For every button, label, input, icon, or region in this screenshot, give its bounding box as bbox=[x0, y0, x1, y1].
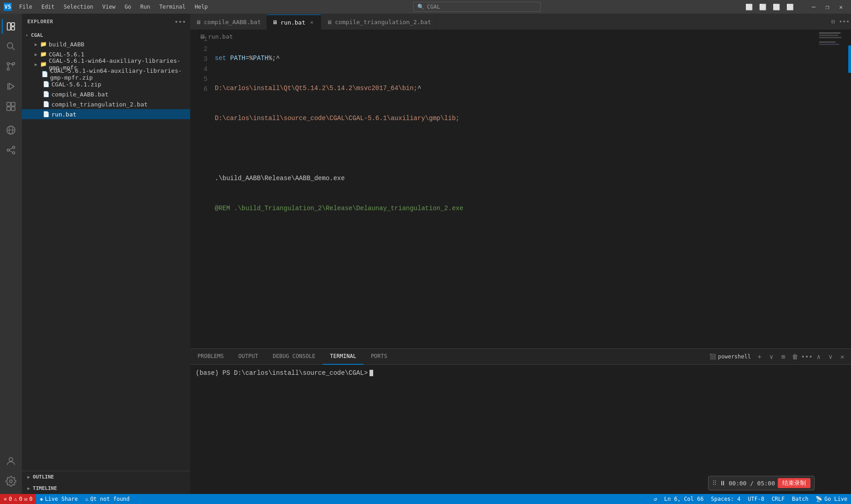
svg-rect-13 bbox=[11, 107, 15, 111]
svg-point-18 bbox=[7, 149, 10, 151]
tab-terminal[interactable]: TERMINAL bbox=[323, 349, 364, 365]
menu-item-view[interactable]: View bbox=[99, 2, 119, 11]
status-language[interactable]: Batch bbox=[788, 494, 812, 504]
layout-icon-2[interactable]: ⬜ bbox=[756, 2, 769, 12]
source-control-activity-icon[interactable] bbox=[2, 57, 20, 76]
sidebar-more-icon[interactable]: ••• bbox=[176, 17, 185, 26]
tree-item-cgal-zip-aux[interactable]: 📄 CGAL-5.6.1-win64-auxiliary-libraries-g… bbox=[22, 69, 190, 79]
more-terminal-icon[interactable]: ••• bbox=[802, 352, 812, 362]
code-line-4 bbox=[215, 143, 851, 153]
menu-item-terminal[interactable]: Terminal bbox=[156, 2, 189, 11]
chevron-down-icon[interactable]: ∨ bbox=[766, 352, 776, 362]
close-button[interactable]: ✕ bbox=[835, 2, 847, 12]
tab-ports[interactable]: PORTS bbox=[364, 349, 395, 365]
bat-icon: 📄 bbox=[43, 101, 50, 107]
sidebar-bottom: ▶ OUTLINE ▶ TIMELINE bbox=[22, 471, 190, 494]
search-bar[interactable]: 🔍 CGAL bbox=[413, 2, 541, 12]
tab-label: compile_AABB.bat bbox=[204, 19, 261, 25]
status-encoding[interactable]: UTF-8 bbox=[744, 494, 768, 504]
status-warning-count: 0 bbox=[19, 496, 22, 502]
tree-item-compile-aabb[interactable]: 📄 compile_AABB.bat bbox=[22, 89, 190, 99]
tab-icon: 🖥 bbox=[272, 19, 278, 25]
tree-item-build-aabb[interactable]: ▶ 📁 build_AABB bbox=[22, 39, 190, 49]
status-bar: ✕ 0 ⚠ 0 ✉ 0 ◈ Live Share ⚠ Qt not found … bbox=[0, 494, 851, 504]
svg-rect-10 bbox=[7, 102, 10, 106]
minimap bbox=[817, 30, 845, 348]
code-line-1: set PATH=%PATH%;^ bbox=[215, 53, 851, 63]
status-error-item[interactable]: ✕ 0 ⚠ 0 ✉ 0 bbox=[0, 494, 36, 504]
explorer-activity-icon[interactable] bbox=[2, 17, 20, 35]
settings-activity-icon[interactable] bbox=[2, 472, 20, 490]
terminal-content[interactable]: (base) PS D:\carlos\install\source_code\… bbox=[190, 365, 851, 494]
add-terminal-icon[interactable]: + bbox=[755, 352, 765, 362]
tab-icon: 🖥 bbox=[327, 19, 332, 25]
svg-rect-1 bbox=[11, 23, 15, 26]
status-line-ending[interactable]: CRLF bbox=[768, 494, 788, 504]
root-chevron: ▾ bbox=[25, 33, 28, 38]
panel-actions: ⬛ powershell + ∨ ⊞ 🗑 ••• ∧ ∨ ✕ bbox=[704, 352, 851, 362]
code-editor[interactable]: 1 2 3 4 5 6 set PATH=%PATH%;^ D:\carlos\… bbox=[190, 30, 851, 348]
tab-compile-tri[interactable]: 🖥 compile_triangulation_2.bat bbox=[321, 15, 437, 30]
search-activity-icon[interactable] bbox=[2, 37, 20, 55]
menu-bar: FileEditSelectionViewGoRunTerminalHelp bbox=[15, 2, 212, 11]
menu-item-edit[interactable]: Edit bbox=[38, 2, 58, 11]
layout-icon-1[interactable]: ⬜ bbox=[743, 2, 755, 12]
status-line-col[interactable]: Ln 6, Col 66 bbox=[661, 494, 708, 504]
terminal-cursor bbox=[370, 370, 373, 376]
tree-item-compile-tri[interactable]: 📄 compile_triangulation_2.bat bbox=[22, 99, 190, 109]
sync-icon: ↺ bbox=[653, 496, 657, 502]
extensions-activity-icon[interactable] bbox=[2, 97, 20, 116]
layout-icon-4[interactable]: ⬜ bbox=[784, 2, 796, 12]
pause-recording-button[interactable]: ⏸ bbox=[719, 479, 726, 487]
menu-item-selection[interactable]: Selection bbox=[60, 2, 97, 11]
title-bar: VS FileEditSelectionViewGoRunTerminalHel… bbox=[0, 0, 851, 14]
tab-debug-console[interactable]: DEBUG CONSOLE bbox=[265, 349, 323, 365]
menu-item-help[interactable]: Help bbox=[191, 2, 212, 11]
drag-handle-icon[interactable]: ⠿ bbox=[712, 479, 717, 487]
tree-item-label: CGAL-5.6.1.zip bbox=[51, 81, 101, 88]
trash-terminal-icon[interactable]: 🗑 bbox=[790, 352, 800, 362]
tab-split-icon[interactable]: ⊟ bbox=[828, 17, 838, 27]
split-terminal-icon[interactable]: ⊞ bbox=[778, 352, 788, 362]
zip-icon: 📄 bbox=[41, 71, 48, 77]
live-share-activity-icon[interactable] bbox=[2, 141, 20, 159]
tab-close-button[interactable]: ✕ bbox=[308, 19, 315, 26]
remote-explorer-activity-icon[interactable] bbox=[2, 121, 20, 139]
tree-item-run-bat[interactable]: 📄 run.bat bbox=[22, 109, 190, 119]
status-go-live[interactable]: 📡 Go Live bbox=[812, 494, 851, 504]
stop-recording-button[interactable]: 结束录制 bbox=[778, 478, 810, 488]
close-panel-icon[interactable]: ✕ bbox=[837, 352, 847, 362]
tab-more-icon[interactable]: ••• bbox=[839, 17, 849, 27]
panel-tabs: PROBLEMS OUTPUT DEBUG CONSOLE TERMINAL P… bbox=[190, 349, 851, 365]
minimize-button[interactable]: ─ bbox=[807, 2, 820, 12]
status-spaces[interactable]: Spaces: 4 bbox=[707, 494, 744, 504]
tree-item-label: compile_triangulation_2.bat bbox=[51, 101, 147, 108]
tab-debug-label: DEBUG CONSOLE bbox=[273, 353, 315, 359]
line-num: 3 bbox=[190, 54, 208, 64]
encoding-text: UTF-8 bbox=[748, 496, 764, 502]
folder-chevron: ▶ bbox=[35, 62, 37, 67]
language-text: Batch bbox=[792, 496, 808, 502]
status-live-share[interactable]: ◈ Live Share bbox=[36, 494, 81, 504]
restore-button[interactable]: ❐ bbox=[821, 2, 834, 12]
outline-chevron: ▶ bbox=[27, 474, 30, 479]
outline-panel-header[interactable]: ▶ OUTLINE bbox=[22, 471, 190, 483]
layout-icon-3[interactable]: ⬜ bbox=[770, 2, 783, 12]
tab-output[interactable]: OUTPUT bbox=[231, 349, 265, 365]
chevron-up-panel-icon[interactable]: ∧ bbox=[814, 352, 824, 362]
status-qt-not-found[interactable]: ⚠ Qt not found bbox=[81, 494, 133, 504]
status-msg-icon: ✉ bbox=[24, 496, 27, 502]
tree-root[interactable]: ▾ CGAL bbox=[22, 31, 190, 39]
run-debug-activity-icon[interactable] bbox=[2, 77, 20, 96]
status-sync-icon[interactable]: ↺ bbox=[650, 494, 660, 504]
menu-item-run[interactable]: Run bbox=[137, 2, 154, 11]
menu-item-file[interactable]: File bbox=[15, 2, 36, 11]
tab-run-bat[interactable]: 🖥 run.bat ✕ bbox=[267, 15, 321, 30]
tab-problems[interactable]: PROBLEMS bbox=[190, 349, 231, 365]
account-activity-icon[interactable] bbox=[2, 452, 20, 470]
chevron-down-panel-icon[interactable]: ∨ bbox=[826, 352, 836, 362]
tab-compile-aabb[interactable]: 🖥 compile_AABB.bat bbox=[190, 15, 267, 30]
menu-item-go[interactable]: Go bbox=[121, 2, 135, 11]
svg-marker-8 bbox=[9, 83, 14, 90]
timeline-panel-header[interactable]: ▶ TIMELINE bbox=[22, 483, 190, 494]
